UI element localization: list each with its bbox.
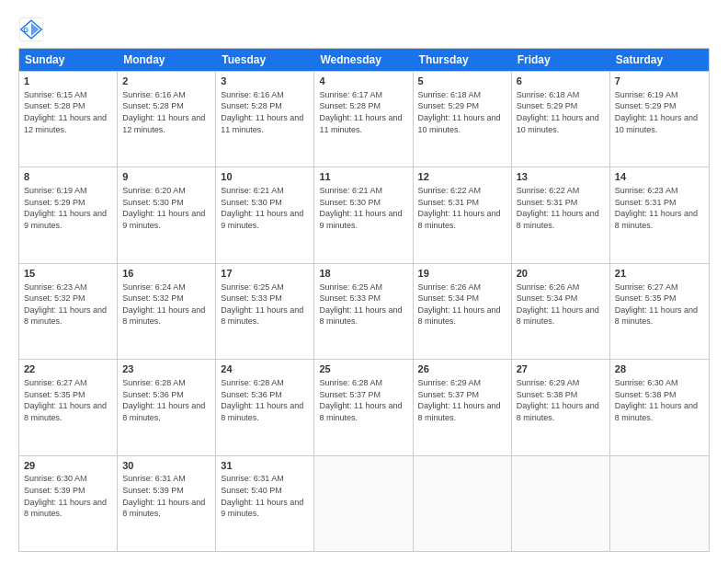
day-number: 11 (319, 170, 407, 184)
cal-cell: 28Sunrise: 6:30 AM Sunset: 5:38 PM Dayli… (610, 360, 709, 454)
cal-cell (512, 456, 610, 551)
cal-cell: 18Sunrise: 6:25 AM Sunset: 5:33 PM Dayli… (314, 264, 413, 359)
cal-cell (314, 456, 413, 551)
day-number: 4 (319, 75, 407, 88)
cal-cell: 3Sunrise: 6:16 AM Sunset: 5:28 PM Daylig… (216, 72, 314, 167)
cell-info: Sunrise: 6:17 AM Sunset: 5:28 PM Dayligh… (319, 89, 407, 135)
header: G (18, 17, 710, 42)
cell-info: Sunrise: 6:22 AM Sunset: 5:31 PM Dayligh… (517, 185, 605, 231)
header-day-saturday: Saturday (610, 49, 709, 71)
header-day-monday: Monday (118, 49, 216, 71)
day-number: 26 (418, 362, 506, 376)
cell-info: Sunrise: 6:26 AM Sunset: 5:34 PM Dayligh… (418, 282, 506, 327)
cell-info: Sunrise: 6:21 AM Sunset: 5:30 PM Dayligh… (319, 185, 407, 231)
day-number: 22 (24, 362, 112, 376)
cell-info: Sunrise: 6:29 AM Sunset: 5:37 PM Dayligh… (418, 377, 506, 423)
cal-cell: 21Sunrise: 6:27 AM Sunset: 5:35 PM Dayli… (610, 264, 709, 359)
cal-cell: 11Sunrise: 6:21 AM Sunset: 5:30 PM Dayli… (314, 167, 413, 262)
cal-cell: 16Sunrise: 6:24 AM Sunset: 5:32 PM Dayli… (118, 264, 216, 359)
cell-info: Sunrise: 6:26 AM Sunset: 5:34 PM Dayligh… (517, 282, 605, 327)
cell-info: Sunrise: 6:29 AM Sunset: 5:38 PM Dayligh… (517, 377, 605, 423)
day-number: 17 (221, 267, 309, 281)
cell-info: Sunrise: 6:25 AM Sunset: 5:33 PM Dayligh… (221, 282, 309, 327)
week-row-2: 8Sunrise: 6:19 AM Sunset: 5:29 PM Daylig… (19, 167, 709, 262)
svg-text:G: G (24, 27, 29, 33)
header-day-tuesday: Tuesday (216, 49, 314, 71)
cell-info: Sunrise: 6:16 AM Sunset: 5:28 PM Dayligh… (122, 89, 210, 135)
cal-cell: 1Sunrise: 6:15 AM Sunset: 5:28 PM Daylig… (19, 72, 118, 167)
day-number: 30 (122, 459, 210, 473)
cal-cell (414, 456, 512, 551)
cell-info: Sunrise: 6:27 AM Sunset: 5:35 PM Dayligh… (24, 377, 112, 423)
cal-cell: 10Sunrise: 6:21 AM Sunset: 5:30 PM Dayli… (216, 167, 314, 262)
cell-info: Sunrise: 6:19 AM Sunset: 5:29 PM Dayligh… (615, 89, 704, 135)
cal-cell: 20Sunrise: 6:26 AM Sunset: 5:34 PM Dayli… (512, 264, 610, 359)
cal-cell: 23Sunrise: 6:28 AM Sunset: 5:36 PM Dayli… (118, 360, 216, 454)
cell-info: Sunrise: 6:18 AM Sunset: 5:29 PM Dayligh… (517, 89, 605, 135)
cell-info: Sunrise: 6:23 AM Sunset: 5:32 PM Dayligh… (24, 282, 112, 327)
cal-cell: 15Sunrise: 6:23 AM Sunset: 5:32 PM Dayli… (19, 264, 118, 359)
day-number: 24 (221, 362, 309, 376)
cell-info: Sunrise: 6:20 AM Sunset: 5:30 PM Dayligh… (122, 185, 210, 231)
calendar: SundayMondayTuesdayWednesdayThursdayFrid… (18, 48, 710, 552)
cal-cell: 22Sunrise: 6:27 AM Sunset: 5:35 PM Dayli… (19, 360, 118, 454)
cell-info: Sunrise: 6:21 AM Sunset: 5:30 PM Dayligh… (221, 185, 309, 231)
cell-info: Sunrise: 6:31 AM Sunset: 5:39 PM Dayligh… (122, 473, 210, 519)
cal-cell: 9Sunrise: 6:20 AM Sunset: 5:30 PM Daylig… (118, 167, 216, 262)
cell-info: Sunrise: 6:31 AM Sunset: 5:40 PM Dayligh… (221, 473, 309, 519)
page: G SundayMondayTuesdayWednesdayThursdayFr… (0, 0, 728, 563)
day-number: 3 (221, 75, 309, 88)
cal-cell: 2Sunrise: 6:16 AM Sunset: 5:28 PM Daylig… (118, 72, 216, 167)
logo-icon: G (18, 17, 44, 42)
day-number: 28 (615, 362, 704, 376)
cell-info: Sunrise: 6:23 AM Sunset: 5:31 PM Dayligh… (615, 185, 704, 231)
cal-cell: 6Sunrise: 6:18 AM Sunset: 5:29 PM Daylig… (512, 72, 610, 167)
day-number: 1 (24, 75, 112, 88)
cal-cell: 29Sunrise: 6:30 AM Sunset: 5:39 PM Dayli… (19, 456, 118, 551)
day-number: 27 (517, 362, 605, 376)
calendar-header: SundayMondayTuesdayWednesdayThursdayFrid… (19, 49, 709, 71)
day-number: 6 (517, 75, 605, 88)
day-number: 15 (24, 267, 112, 281)
cell-info: Sunrise: 6:24 AM Sunset: 5:32 PM Dayligh… (122, 282, 210, 327)
cell-info: Sunrise: 6:30 AM Sunset: 5:38 PM Dayligh… (615, 377, 704, 423)
day-number: 16 (122, 267, 210, 281)
cal-cell: 17Sunrise: 6:25 AM Sunset: 5:33 PM Dayli… (216, 264, 314, 359)
day-number: 31 (221, 459, 309, 473)
cell-info: Sunrise: 6:16 AM Sunset: 5:28 PM Dayligh… (221, 89, 309, 135)
day-number: 12 (418, 170, 506, 184)
cal-cell: 8Sunrise: 6:19 AM Sunset: 5:29 PM Daylig… (19, 167, 118, 262)
cal-cell: 31Sunrise: 6:31 AM Sunset: 5:40 PM Dayli… (216, 456, 314, 551)
cal-cell: 30Sunrise: 6:31 AM Sunset: 5:39 PM Dayli… (118, 456, 216, 551)
header-day-wednesday: Wednesday (314, 49, 413, 71)
cal-cell: 12Sunrise: 6:22 AM Sunset: 5:31 PM Dayli… (414, 167, 512, 262)
week-row-3: 15Sunrise: 6:23 AM Sunset: 5:32 PM Dayli… (19, 263, 709, 359)
cal-cell: 25Sunrise: 6:28 AM Sunset: 5:37 PM Dayli… (314, 360, 413, 454)
day-number: 8 (24, 170, 112, 184)
cell-info: Sunrise: 6:25 AM Sunset: 5:33 PM Dayligh… (319, 282, 407, 327)
day-number: 21 (615, 267, 704, 281)
cal-cell: 7Sunrise: 6:19 AM Sunset: 5:29 PM Daylig… (610, 72, 709, 167)
week-row-4: 22Sunrise: 6:27 AM Sunset: 5:35 PM Dayli… (19, 359, 709, 454)
cal-cell: 14Sunrise: 6:23 AM Sunset: 5:31 PM Dayli… (610, 167, 709, 262)
cell-info: Sunrise: 6:30 AM Sunset: 5:39 PM Dayligh… (24, 473, 112, 519)
header-day-thursday: Thursday (414, 49, 512, 71)
day-number: 7 (615, 75, 704, 88)
cal-cell (610, 456, 709, 551)
week-row-5: 29Sunrise: 6:30 AM Sunset: 5:39 PM Dayli… (19, 455, 709, 551)
logo: G (18, 17, 48, 42)
calendar-body: 1Sunrise: 6:15 AM Sunset: 5:28 PM Daylig… (19, 71, 709, 551)
day-number: 14 (615, 170, 704, 184)
cal-cell: 13Sunrise: 6:22 AM Sunset: 5:31 PM Dayli… (512, 167, 610, 262)
cell-info: Sunrise: 6:27 AM Sunset: 5:35 PM Dayligh… (615, 282, 704, 327)
day-number: 29 (24, 459, 112, 473)
cell-info: Sunrise: 6:19 AM Sunset: 5:29 PM Dayligh… (24, 185, 112, 231)
day-number: 5 (418, 75, 506, 88)
day-number: 20 (517, 267, 605, 281)
day-number: 25 (319, 362, 407, 376)
cal-cell: 4Sunrise: 6:17 AM Sunset: 5:28 PM Daylig… (314, 72, 413, 167)
cal-cell: 24Sunrise: 6:28 AM Sunset: 5:36 PM Dayli… (216, 360, 314, 454)
day-number: 10 (221, 170, 309, 184)
cell-info: Sunrise: 6:15 AM Sunset: 5:28 PM Dayligh… (24, 89, 112, 135)
cell-info: Sunrise: 6:28 AM Sunset: 5:37 PM Dayligh… (319, 377, 407, 423)
